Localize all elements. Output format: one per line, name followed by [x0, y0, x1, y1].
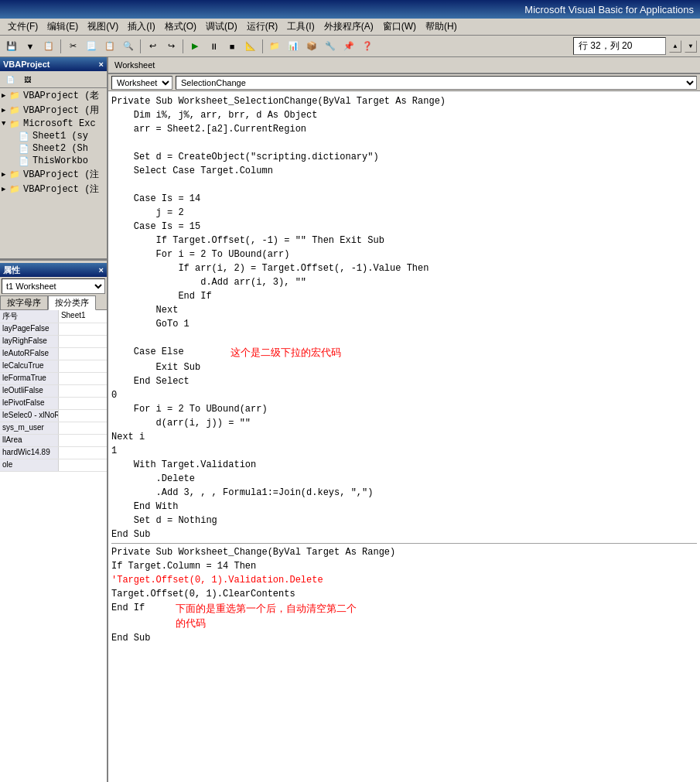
prop-value-10[interactable] [59, 435, 107, 446]
prop-value-6[interactable] [59, 385, 107, 397]
menu-format[interactable]: 格式(O) [160, 19, 201, 35]
prop-value-4[interactable] [59, 360, 107, 372]
prop-name-2: layRighFalse [0, 336, 59, 347]
toolbar-redo[interactable]: ↪ [162, 38, 179, 55]
menu-run[interactable]: 运行(R) [242, 19, 283, 35]
code-text: With Target.Validation [111, 458, 256, 472]
tree-label-0: VBAProject (老 [23, 89, 99, 102]
toolbar-pause[interactable]: ⏸ [205, 38, 222, 55]
code-line: Next [111, 303, 697, 317]
tree-item-5[interactable]: 📄 ThisWorkbo [0, 155, 107, 167]
prop-value-8[interactable] [59, 410, 107, 422]
toolbar-undo[interactable]: ↩ [144, 38, 161, 55]
prop-name-0: 序号 [0, 310, 59, 323]
tree-item-1[interactable]: ▶ 📁 VBAProject (用 [0, 103, 107, 118]
tree-icon-5: 📄 [19, 156, 31, 166]
prop-value-5[interactable] [59, 373, 107, 384]
tree-item-3[interactable]: 📄 Sheet1 (sy [0, 130, 107, 142]
prop-value-3[interactable] [59, 348, 107, 360]
tree-arrow-7[interactable]: ▶ [2, 185, 9, 193]
properties-object-select[interactable]: t1 Worksheet [2, 278, 105, 294]
code-annotation-1: 这个是二级下拉的宏代码 [230, 345, 341, 360]
menu-tools[interactable]: 工具(I) [282, 19, 319, 35]
main-layout: VBAProject × 📄 🖼 ▶ 📁 VBAProject (老 ▶ 📁 V… [0, 57, 700, 782]
toolbar-btn-extra[interactable]: 🔧 [322, 38, 339, 55]
props-tab-alpha[interactable]: 按字母序 [0, 295, 48, 309]
menu-bar: 文件(F) 编辑(E) 视图(V) 插入(I) 格式(O) 调试(D) 运行(R… [0, 19, 700, 36]
project-view-form[interactable]: 🖼 [19, 71, 36, 88]
toolbar-btn-extra3[interactable]: ❓ [359, 38, 376, 55]
toolbar-props[interactable]: 📊 [285, 38, 302, 55]
properties-close-button[interactable]: × [99, 265, 104, 275]
code-line: Case Is = 15 [111, 220, 697, 234]
menu-help[interactable]: 帮助(H) [421, 19, 462, 35]
code-object-select[interactable]: Worksheet [111, 76, 172, 90]
toolbar-cut[interactable]: ✂ [64, 38, 81, 55]
tree-label-5: ThisWorkbo [32, 155, 88, 166]
code-line: 0 [111, 388, 697, 402]
prop-value-2[interactable] [59, 336, 107, 347]
tree-item-4[interactable]: 📄 Sheet2 (Sh [0, 142, 107, 155]
code-text: GoTo 1 [111, 317, 190, 331]
toolbar-btn2[interactable]: ▼ [22, 38, 39, 55]
scrollbar-down[interactable]: ▼ [685, 40, 697, 53]
tree-arrow-1[interactable]: ▶ [2, 106, 9, 114]
code-text: End If [111, 601, 145, 631]
tree-item-7[interactable]: ▶ 📁 VBAProject (注 [0, 182, 107, 196]
tree-item-6[interactable]: ▶ 📁 VBAProject (注 [0, 167, 107, 182]
project-view-code[interactable]: 📄 [2, 71, 19, 88]
menu-edit[interactable]: 编辑(E) [43, 19, 83, 35]
code-line: End With [111, 500, 697, 514]
toolbar-design[interactable]: 📐 [242, 38, 259, 55]
tree-item-2[interactable]: ▼ 📁 Microsoft Exc [0, 118, 107, 130]
prop-name-10: llArea [0, 435, 59, 446]
toolbar-btn3[interactable]: 📋 [40, 38, 57, 55]
code-line: If Target.Offset(, -1) = "" Then Exit Su… [111, 234, 697, 248]
prop-name-9: sys_m_user [0, 422, 59, 434]
code-text: End Sub [111, 631, 150, 645]
code-line: Next i [111, 430, 697, 444]
menu-file[interactable]: 文件(F) [3, 19, 43, 35]
code-container: Private Sub Worksheet_SelectionChange(By… [111, 94, 697, 645]
tree-arrow-0[interactable]: ▶ [2, 91, 9, 100]
prop-value-11[interactable] [59, 447, 107, 459]
code-text: d.Add arr(i, 3), "" [111, 275, 306, 289]
toolbar-find[interactable]: 🔍 [120, 38, 137, 55]
toolbar-project[interactable]: 📁 [266, 38, 283, 55]
project-close-button[interactable]: × [99, 60, 104, 69]
toolbar-stop[interactable]: ■ [224, 38, 241, 55]
toolbar-copy[interactable]: 📃 [83, 38, 100, 55]
code-proc-select[interactable]: SelectionChange [176, 76, 697, 90]
code-line: For i = 2 To UBound(arr) [111, 248, 697, 261]
props-tab-category[interactable]: 按分类序 [48, 295, 96, 310]
code-editor[interactable]: Private Sub Worksheet_SelectionChange(By… [108, 91, 700, 782]
title-bar: Microsoft Visual Basic for Applications [0, 0, 700, 19]
menu-insert[interactable]: 插入(I) [123, 19, 159, 35]
tree-label-7: VBAProject (注 [23, 183, 99, 196]
prop-value-9[interactable] [59, 422, 107, 434]
prop-value-0[interactable]: Sheet1 [59, 310, 107, 323]
code-line: Case Else这个是二级下拉的宏代码 [111, 345, 697, 360]
toolbar-obj[interactable]: 📦 [303, 38, 320, 55]
prop-name-6: leOutliFalse [0, 385, 59, 397]
scrollbar-up[interactable]: ▲ [669, 40, 681, 53]
menu-addins[interactable]: 外接程序(A) [319, 19, 378, 35]
toolbar-run[interactable]: ▶ [186, 38, 203, 55]
menu-view[interactable]: 视图(V) [83, 19, 123, 35]
prop-value-7[interactable] [59, 398, 107, 409]
toolbar-save[interactable]: 💾 [3, 38, 20, 55]
toolbar-btn-extra2[interactable]: 📌 [340, 38, 357, 55]
menu-window[interactable]: 窗口(W) [378, 19, 421, 35]
tree-arrow-2[interactable]: ▼ [2, 120, 9, 128]
tree-arrow-6[interactable]: ▶ [2, 170, 9, 179]
prop-name-1: layPageFalse [0, 323, 59, 335]
code-subheader: Worksheet SelectionChange [108, 74, 700, 91]
tree-item-0[interactable]: ▶ 📁 VBAProject (老 [0, 88, 107, 103]
toolbar-paste[interactable]: 📋 [101, 38, 118, 55]
prop-value-1[interactable] [59, 323, 107, 335]
prop-value-12[interactable] [59, 459, 107, 471]
menu-debug[interactable]: 调试(D) [201, 19, 242, 35]
code-line: GoTo 1 [111, 317, 697, 331]
toolbar-separator-3 [183, 39, 183, 53]
properties-select-container: t1 Worksheet [0, 277, 107, 295]
